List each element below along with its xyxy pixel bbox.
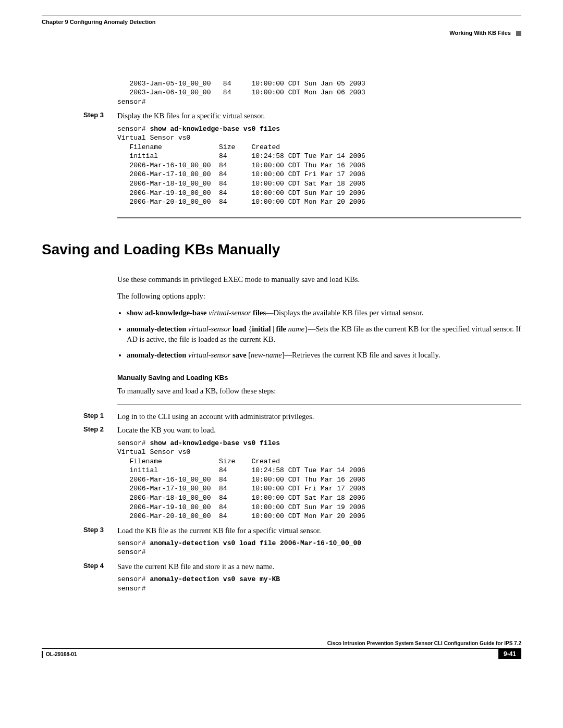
- text: [: [247, 351, 251, 359]
- step-4-row: Step 4 Save the current KB file and stor…: [42, 561, 521, 572]
- code-block-4: sensor# anomaly-detection vs0 load file …: [117, 539, 521, 557]
- step-3-top-row: Step 3 Display the KB files for a specif…: [42, 110, 521, 121]
- step-text: Log in to the CLI using an account with …: [117, 411, 314, 422]
- cmd-keyword: files: [253, 309, 266, 317]
- cmd-keyword: load: [232, 325, 247, 333]
- command: show ad-knowledge-base vs0 files: [150, 439, 280, 447]
- code-output: sensor#: [117, 548, 146, 556]
- step-text: Display the KB files for a specific virt…: [117, 110, 265, 121]
- step-label: Step 3: [83, 110, 117, 120]
- step-label: Step 3: [83, 525, 117, 535]
- cmd-arg: virtual-sensor: [186, 351, 232, 359]
- step-3-row: Step 3 Load the KB file as the current K…: [42, 525, 521, 536]
- header-marker-icon: [516, 31, 521, 36]
- page-number-badge: 9-41: [498, 649, 521, 659]
- command: show ad-knowledge-base vs0 files: [150, 125, 280, 133]
- code-output: Virtual Sensor vs0 Filename Size Created…: [117, 448, 365, 520]
- cmd-arg: name: [286, 325, 304, 333]
- step-text: Load the KB file as the current KB file …: [117, 525, 321, 536]
- section-divider: [117, 217, 521, 218]
- header-row: Chapter 9 Configuring Anomaly Detection: [42, 18, 521, 26]
- code-output: sensor#: [117, 585, 146, 593]
- section-heading: Saving and Loading KBs Manually: [42, 239, 521, 260]
- footer: Cisco Intrusion Prevention System Sensor…: [42, 640, 521, 659]
- bullet-text: ]—Retrieves the current KB file and save…: [282, 351, 440, 359]
- intro-paragraph-2: The following options apply:: [117, 291, 521, 301]
- footer-rule: [42, 648, 521, 649]
- cmd-arg: virtual-sensor: [186, 325, 232, 333]
- step-label: Step 2: [83, 425, 117, 434]
- footer-right: 9-41: [498, 650, 521, 659]
- cmd-arg: virtual-sensor: [206, 309, 253, 317]
- cmd-keyword: save: [232, 351, 247, 359]
- footer-left: OL-29168-01: [42, 651, 77, 658]
- step-label: Step 1: [83, 411, 117, 421]
- header-chapter: Chapter 9 Configuring Anomaly Detection: [42, 18, 155, 26]
- text: |: [271, 325, 276, 333]
- sub-intro: To manually save and load a KB, follow t…: [117, 386, 521, 396]
- step-1-row: Step 1 Log in to the CLI using an accoun…: [42, 411, 521, 422]
- code-block-5: sensor# anomaly-detection vs0 save my-KB…: [117, 575, 521, 593]
- step-2-row: Step 2 Locate the KB you want to load.: [42, 425, 521, 435]
- footer-bar-icon: [42, 651, 43, 658]
- command: anomaly-detection vs0 load file 2006-Mar…: [150, 539, 361, 547]
- command: anomaly-detection vs0 save my-KB: [150, 575, 280, 583]
- header-top-rule: [42, 16, 521, 16]
- cmd-keyword: file: [276, 325, 286, 333]
- cmd-keyword: initial: [252, 325, 271, 333]
- options-list: show ad-knowledge-base virtual-sensor fi…: [127, 307, 521, 360]
- bullet-1: show ad-knowledge-base virtual-sensor fi…: [127, 307, 521, 318]
- cmd-keyword: show ad-knowledge-base: [127, 309, 206, 317]
- step-text: Locate the KB you want to load.: [117, 425, 216, 435]
- steps-divider: [117, 404, 521, 405]
- step-text: Save the current KB file and store it as…: [117, 561, 274, 572]
- footer-doc-title: Cisco Intrusion Prevention System Sensor…: [42, 640, 521, 647]
- code-block-3: sensor# show ad-knowledge-base vs0 files…: [117, 439, 521, 521]
- cmd-arg: new-name: [251, 351, 282, 359]
- code-output-1: 2003-Jan-05-10_00_00 84 10:00:00 CDT Sun…: [117, 79, 521, 107]
- prompt: sensor#: [117, 575, 150, 583]
- subheading: Manually Saving and Loading KBs: [117, 373, 521, 382]
- code-block-2: sensor# show ad-knowledge-base vs0 files…: [117, 125, 521, 207]
- header-section: Working With KB Files: [449, 29, 511, 37]
- bullet-3: anomaly-detection virtual-sensor save [n…: [127, 350, 521, 360]
- text: {: [247, 325, 252, 333]
- intro-paragraph-1: Use these commands in privileged EXEC mo…: [117, 274, 521, 285]
- prompt: sensor#: [117, 539, 150, 547]
- code-output: Virtual Sensor vs0 Filename Size Created…: [117, 134, 365, 206]
- prompt: sensor#: [117, 439, 150, 447]
- cmd-keyword: anomaly-detection: [127, 351, 186, 359]
- cmd-keyword: anomaly-detection: [127, 325, 186, 333]
- footer-docnum: OL-29168-01: [46, 651, 77, 658]
- step-label: Step 4: [83, 561, 117, 571]
- prompt: sensor#: [117, 125, 150, 133]
- header-section-row: Working With KB Files: [42, 29, 521, 37]
- bullet-text: —Displays the available KB files per vir…: [266, 309, 423, 317]
- bullet-2: anomaly-detection virtual-sensor load {i…: [127, 324, 521, 345]
